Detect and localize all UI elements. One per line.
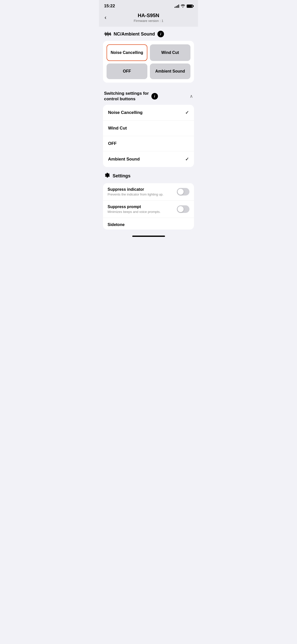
switching-list-card: Noise Cancelling ✓ Wind Cut OFF Ambient … [103, 105, 194, 167]
settings-card: Suppress indicator Prevents the indicato… [103, 183, 194, 230]
suppress-indicator-toggle[interactable] [177, 188, 189, 196]
list-item[interactable]: OFF [103, 136, 194, 151]
off-button[interactable]: OFF [107, 63, 147, 79]
signal-icon [175, 4, 179, 8]
check-noise-cancelling-icon: ✓ [185, 110, 189, 115]
toggle-knob [178, 189, 184, 195]
suppress-prompt-title: Suppress prompt [108, 205, 177, 209]
switching-title: Switching settings forcontrol buttons [104, 91, 149, 102]
list-item-ambient-sound-label: Ambient Sound [108, 157, 140, 162]
noise-cancelling-button[interactable]: Noise Cancelling [107, 44, 147, 61]
list-item[interactable]: Noise Cancelling ✓ [103, 105, 194, 121]
status-bar: 15:22 [99, 0, 198, 11]
sidetone-label: Sidetone [108, 222, 125, 227]
suppress-indicator-item: Suppress indicator Prevents the indicato… [103, 183, 194, 201]
back-button[interactable]: ‹ [104, 13, 107, 22]
status-time: 15:22 [104, 4, 115, 9]
list-item[interactable]: Ambient Sound ✓ [103, 151, 194, 167]
home-indicator [99, 234, 198, 240]
list-item-noise-cancelling-label: Noise Cancelling [108, 110, 143, 115]
toggle-knob [178, 206, 184, 212]
suppress-prompt-text: Suppress prompt Minimizes beeps and voic… [108, 205, 177, 214]
nc-section-header: NC/Ambient Sound i [103, 31, 194, 37]
settings-title: Settings [113, 173, 130, 179]
suppress-prompt-item: Suppress prompt Minimizes beeps and voic… [103, 201, 194, 218]
waveform-icon [104, 31, 111, 37]
battery-icon [187, 5, 193, 8]
nc-info-button[interactable]: i [157, 31, 164, 37]
firmware-version: Firmware version : 1 [134, 19, 163, 23]
nav-header: ‹ HA-S95N Firmware version : 1 [99, 11, 198, 27]
suppress-indicator-title: Suppress indicator [108, 187, 177, 192]
suppress-indicator-desc: Prevents the indicator from lighting up. [108, 192, 177, 196]
suppress-prompt-desc: Minimizes beeps and voice prompts. [108, 210, 177, 214]
wind-cut-button[interactable]: Wind Cut [150, 44, 191, 61]
list-item-off-label: OFF [108, 141, 117, 146]
main-content: NC/Ambient Sound i Noise Cancelling Wind… [99, 27, 198, 230]
gear-icon [104, 172, 110, 180]
suppress-indicator-text: Suppress indicator Prevents the indicato… [108, 187, 177, 196]
list-item-wind-cut-label: Wind Cut [108, 126, 127, 131]
settings-section: Settings Suppress indicator Prevents the… [103, 172, 194, 230]
sidetone-row[interactable]: Sidetone [103, 218, 194, 230]
check-ambient-sound-icon: ✓ [185, 156, 189, 162]
mode-card: Noise Cancelling Wind Cut OFF Ambient So… [103, 41, 194, 83]
wifi-icon [181, 4, 185, 8]
switching-header-left: Switching settings forcontrol buttons i [104, 91, 158, 102]
switching-header: Switching settings forcontrol buttons i … [103, 88, 194, 105]
nav-title-group: HA-S95N Firmware version : 1 [134, 13, 163, 23]
ambient-sound-button[interactable]: Ambient Sound [150, 63, 191, 79]
switching-section: Switching settings forcontrol buttons i … [103, 88, 194, 167]
list-item[interactable]: Wind Cut [103, 121, 194, 136]
settings-header: Settings [103, 172, 194, 180]
switching-info-button[interactable]: i [151, 93, 158, 100]
suppress-prompt-toggle[interactable] [177, 205, 189, 213]
chevron-up-icon[interactable]: ∧ [190, 93, 193, 99]
nc-section-title: NC/Ambient Sound [114, 31, 155, 37]
page-title: HA-S95N [134, 13, 163, 18]
home-bar [132, 236, 165, 237]
status-icons [175, 4, 193, 8]
